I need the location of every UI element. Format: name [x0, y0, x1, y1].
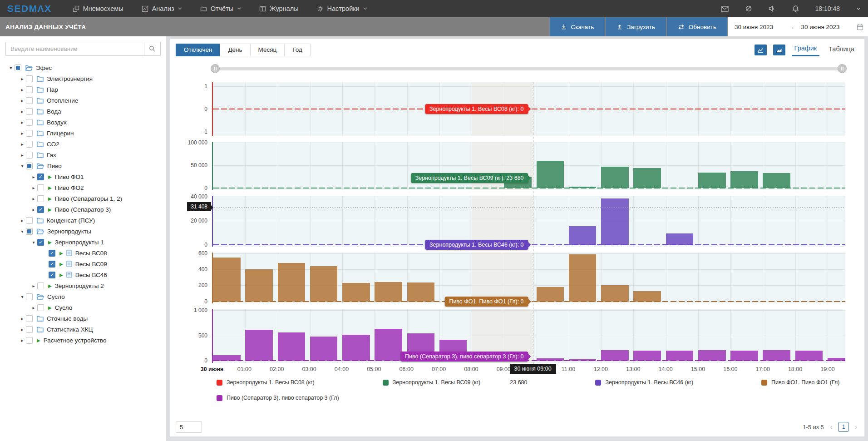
expander-icon[interactable]: ▸	[19, 142, 26, 147]
tree-checkbox[interactable]: ✓	[37, 239, 44, 246]
page-number-button[interactable]: 1	[838, 422, 848, 432]
page-size-input[interactable]	[176, 421, 202, 433]
bar[interactable]	[537, 358, 564, 361]
tree-item[interactable]: ▸Сточные воды	[0, 313, 166, 324]
tree-item[interactable]: ▸▶Расчетное устройство	[0, 335, 166, 346]
bar[interactable]	[375, 282, 402, 301]
tree-item[interactable]: ▸▶Пиво (Сепараторы 1, 2)	[0, 193, 166, 204]
tree-checkbox[interactable]	[26, 337, 33, 344]
expander-icon[interactable]: ▸	[19, 109, 26, 114]
tree-item[interactable]: ▸Электроэнергия	[0, 73, 166, 84]
bar[interactable]	[666, 233, 694, 245]
tree-checkbox[interactable]: ✓	[37, 173, 44, 180]
tree-item[interactable]: ▸✓▶Пиво (Сепаратор 3)	[0, 204, 166, 215]
area-chart-mode-button[interactable]	[773, 45, 785, 55]
menu-item-journals[interactable]: Журналы	[259, 5, 298, 12]
tree-checkbox[interactable]	[37, 184, 44, 191]
expander-icon[interactable]: ▾	[19, 294, 26, 299]
bar[interactable]	[342, 283, 370, 301]
tree-checkbox[interactable]	[26, 293, 33, 300]
bar[interactable]	[569, 187, 597, 188]
bar[interactable]	[245, 269, 273, 301]
expander-icon[interactable]: ▾	[7, 65, 15, 70]
bar[interactable]	[213, 355, 241, 361]
bar[interactable]	[569, 226, 597, 245]
tree-item[interactable]: ▸✓▶Пиво ФО1	[0, 171, 166, 182]
upload-button[interactable]: Загрузить	[606, 17, 666, 36]
tree-checkbox[interactable]	[26, 315, 33, 322]
expander-icon[interactable]: ▸	[30, 174, 37, 179]
tree-checkbox[interactable]	[26, 152, 33, 159]
expander-icon[interactable]: ▸	[19, 338, 26, 343]
tree-item[interactable]: ▸Отопление	[0, 95, 166, 106]
tree-item[interactable]: ▸Воздух	[0, 117, 166, 128]
bar[interactable]	[407, 282, 435, 301]
bar[interactable]	[730, 351, 758, 361]
mail-icon[interactable]	[721, 6, 729, 12]
interval-tab-day[interactable]: День	[220, 44, 250, 56]
expander-icon[interactable]: ▸	[19, 131, 26, 136]
tree-checkbox[interactable]	[26, 217, 33, 224]
bar[interactable]	[375, 329, 402, 361]
expander-icon[interactable]: ▸	[30, 196, 37, 201]
legend-item[interactable]: Пиво ФО1. Пиво ФО1 (Гл)	[761, 379, 839, 386]
expander-icon[interactable]: ▸	[19, 153, 26, 158]
next-page-chevron-icon[interactable]: ›	[855, 423, 857, 431]
tree-item[interactable]: ▸▶Зернопродукты 2	[0, 280, 166, 291]
expander-icon[interactable]: ▾	[19, 164, 26, 168]
tree-item[interactable]: ▸CO2	[0, 139, 166, 149]
bar[interactable]	[666, 351, 694, 361]
bar[interactable]	[213, 258, 241, 302]
bar[interactable]	[310, 337, 338, 361]
eye-off-icon[interactable]	[745, 5, 752, 12]
tree-item[interactable]: ▾Зернопродукты	[0, 226, 166, 237]
expander-icon[interactable]: ▸	[30, 305, 37, 310]
tree-checkbox[interactable]	[37, 195, 44, 202]
date-from-field[interactable]: 30 июня 2023	[728, 24, 789, 30]
expander-icon[interactable]: ▸	[19, 327, 26, 332]
menu-item-reports[interactable]: Отчёты	[200, 5, 242, 12]
tree-item[interactable]: ▸Статистика ХКЦ	[0, 324, 166, 335]
search-button[interactable]	[144, 42, 161, 56]
legend-item[interactable]: Зернопродукты 1. Весы ВС09 (кг)23 680	[383, 379, 528, 386]
chevron-down-icon[interactable]	[856, 7, 861, 10]
tree-checkbox[interactable]	[26, 326, 33, 333]
tree-checkbox[interactable]	[26, 130, 33, 137]
download-button[interactable]: Скачать	[550, 17, 605, 36]
bar[interactable]	[698, 173, 726, 188]
tree-item[interactable]: ▸Пар	[0, 84, 166, 95]
bar[interactable]	[342, 335, 370, 361]
calendar-icon[interactable]	[857, 24, 863, 30]
tree-checkbox[interactable]	[26, 86, 33, 93]
legend-item[interactable]: Зернопродукты 1. Весы ВС08 (кг)	[217, 379, 315, 386]
tree-item[interactable]: ▸Глицерин	[0, 128, 166, 139]
bar[interactable]	[278, 332, 306, 361]
bar[interactable]	[601, 350, 629, 361]
bar[interactable]	[795, 351, 823, 361]
tree-item[interactable]: ✓▶Весы ВС09	[0, 258, 166, 269]
bar[interactable]	[730, 171, 758, 188]
expander-icon[interactable]: ▸	[19, 76, 26, 81]
tree-item[interactable]: ▾Сусло	[0, 291, 166, 302]
interval-tab-disabled[interactable]: Отключен	[176, 44, 220, 56]
tree-item[interactable]: ▾Пиво	[0, 160, 166, 171]
tree-checkbox[interactable]	[26, 75, 33, 82]
zoom-slider-left-handle[interactable]	[211, 64, 220, 73]
expander-icon[interactable]: ▸	[19, 316, 26, 321]
zoom-slider-right-handle[interactable]	[838, 64, 847, 73]
bar[interactable]	[698, 350, 726, 361]
tree-item[interactable]: ▾Эфес	[0, 62, 166, 73]
tab-chart-view[interactable]: График	[792, 44, 820, 56]
tree-checkbox[interactable]	[26, 163, 33, 169]
expander-icon[interactable]: ▸	[30, 283, 37, 288]
bar[interactable]	[569, 359, 597, 361]
tree-item[interactable]: ▸▶Пиво ФО2	[0, 182, 166, 193]
tree-item[interactable]: ✓▶Весы ВС46	[0, 269, 166, 280]
tree-checkbox[interactable]: ✓	[49, 250, 55, 257]
tree-checkbox[interactable]	[15, 64, 21, 71]
sound-icon[interactable]	[769, 5, 776, 12]
expander-icon[interactable]: ▾	[19, 229, 26, 234]
tree-checkbox[interactable]	[26, 108, 33, 115]
tree-item[interactable]: ▸Газ	[0, 149, 166, 160]
expander-icon[interactable]: ▾	[30, 240, 37, 245]
